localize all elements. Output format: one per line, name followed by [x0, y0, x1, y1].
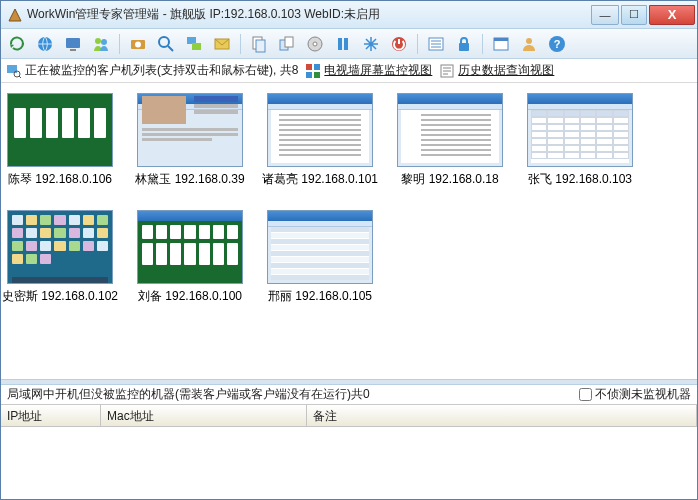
- titlebar: WorkWin管理专家管理端 - 旗舰版 IP:192.168.0.103 We…: [1, 1, 697, 29]
- client-caption: 张飞 192.168.0.103: [528, 171, 632, 188]
- window-controls: — ☐ X: [589, 5, 695, 25]
- client-thumbnail[interactable]: 刘备 192.168.0.100: [137, 210, 243, 305]
- unmonitored-table-body: [1, 427, 697, 499]
- copy-icon: [278, 35, 296, 53]
- client-thumbnail[interactable]: 诸葛亮 192.168.0.101: [267, 93, 373, 188]
- close-button[interactable]: X: [649, 5, 695, 25]
- history-link[interactable]: 历史数据查询视图: [458, 62, 554, 79]
- toolbar: ?: [1, 29, 697, 59]
- column-ip[interactable]: IP地址: [1, 405, 101, 426]
- tv-wall-segment[interactable]: 电视墙屏幕监控视图: [306, 62, 432, 79]
- svg-rect-32: [314, 72, 320, 78]
- column-mac[interactable]: Mac地址: [101, 405, 307, 426]
- remote-button[interactable]: [182, 32, 206, 56]
- infobar: 正在被监控的客户机列表(支持双击和鼠标右键), 共8 电视墙屏幕监控视图 历史数…: [1, 59, 697, 83]
- history-icon: [440, 64, 454, 78]
- users-icon: [92, 35, 110, 53]
- mail-button[interactable]: [210, 32, 234, 56]
- svg-point-6: [135, 41, 141, 47]
- globe-button[interactable]: [33, 32, 57, 56]
- search-button[interactable]: [154, 32, 178, 56]
- pause-button[interactable]: [331, 32, 355, 56]
- client-screenshot[interactable]: [7, 210, 113, 284]
- refresh-icon: [8, 35, 26, 53]
- monitor-settings-button[interactable]: [61, 32, 85, 56]
- unmonitored-label: 局域网中开机但没被监控的机器(需装客户端或客户端没有在运行)共0: [7, 386, 370, 403]
- camera-icon: [129, 35, 147, 53]
- svg-point-24: [526, 38, 532, 44]
- client-caption: 黎明 192.168.0.18: [401, 171, 498, 188]
- client-thumbnail[interactable]: 黎明 192.168.0.18: [397, 93, 503, 188]
- user-button[interactable]: [517, 32, 541, 56]
- client-screenshot[interactable]: [267, 210, 373, 284]
- column-note[interactable]: 备注: [307, 405, 697, 426]
- svg-rect-18: [344, 38, 348, 50]
- client-list-label: 正在被监控的客户机列表(支持双击和鼠标右键), 共8: [25, 62, 298, 79]
- client-screenshot[interactable]: [397, 93, 503, 167]
- client-caption: 林黛玉 192.168.0.39: [135, 171, 244, 188]
- camera-button[interactable]: [126, 32, 150, 56]
- svg-text:?: ?: [554, 38, 561, 50]
- unmonitored-bar: 局域网中开机但没被监控的机器(需装客户端或客户端没有在运行)共0 不侦测未监视机…: [1, 385, 697, 405]
- svg-rect-14: [285, 37, 293, 47]
- client-caption: 陈琴 192.168.0.106: [8, 171, 112, 188]
- svg-rect-12: [256, 40, 265, 52]
- client-thumbnail[interactable]: 林黛玉 192.168.0.39: [137, 93, 243, 188]
- svg-rect-2: [70, 49, 76, 51]
- history-segment[interactable]: 历史数据查询视图: [440, 62, 554, 79]
- snowflake-icon: [362, 35, 380, 53]
- svg-point-16: [313, 42, 317, 46]
- client-screenshot[interactable]: [137, 210, 243, 284]
- users-button[interactable]: [89, 32, 113, 56]
- svg-rect-17: [338, 38, 342, 50]
- mail-icon: [213, 35, 231, 53]
- svg-rect-1: [66, 38, 80, 48]
- client-list-segment: 正在被监控的客户机列表(支持双击和鼠标右键), 共8: [7, 62, 298, 79]
- files-icon: [250, 35, 268, 53]
- svg-rect-23: [494, 38, 508, 41]
- power-button[interactable]: [387, 32, 411, 56]
- tv-wall-icon: [306, 64, 320, 78]
- copy-button[interactable]: [275, 32, 299, 56]
- app-icon: [7, 7, 23, 23]
- svg-rect-29: [306, 64, 312, 70]
- thumbnails-grid: 陈琴 192.168.0.106林黛玉 192.168.0.39诸葛亮 192.…: [7, 93, 691, 305]
- no-detect-checkbox-wrap[interactable]: 不侦测未监视机器: [579, 386, 691, 403]
- tv-wall-link[interactable]: 电视墙屏幕监控视图: [324, 62, 432, 79]
- freeze-button[interactable]: [359, 32, 383, 56]
- minimize-button[interactable]: —: [591, 5, 619, 25]
- list-button[interactable]: [424, 32, 448, 56]
- client-caption: 邢丽 192.168.0.105: [268, 288, 372, 305]
- svg-rect-21: [459, 43, 469, 51]
- monitor-settings-icon: [64, 35, 82, 53]
- client-screenshot[interactable]: [527, 93, 633, 167]
- no-detect-checkbox[interactable]: [579, 388, 592, 401]
- user-icon: [520, 35, 538, 53]
- help-button[interactable]: ?: [545, 32, 569, 56]
- files-button[interactable]: [247, 32, 271, 56]
- power-icon: [390, 35, 408, 53]
- maximize-button[interactable]: ☐: [621, 5, 647, 25]
- window-title: WorkWin管理专家管理端 - 旗舰版 IP:192.168.0.103 We…: [27, 6, 589, 23]
- svg-rect-31: [306, 72, 312, 78]
- schedule-button[interactable]: [489, 32, 513, 56]
- svg-point-4: [101, 39, 107, 45]
- no-detect-label: 不侦测未监视机器: [595, 386, 691, 403]
- svg-point-3: [95, 38, 101, 44]
- lock-icon: [455, 35, 473, 53]
- refresh-button[interactable]: [5, 32, 29, 56]
- pause-icon: [334, 35, 352, 53]
- globe-icon: [36, 35, 54, 53]
- client-thumbnail[interactable]: 邢丽 192.168.0.105: [267, 210, 373, 305]
- client-screenshot[interactable]: [7, 93, 113, 167]
- lock-button[interactable]: [452, 32, 476, 56]
- client-thumbnail[interactable]: 陈琴 192.168.0.106: [7, 93, 113, 188]
- client-screenshot[interactable]: [267, 93, 373, 167]
- client-thumbnail[interactable]: 史密斯 192.168.0.102: [7, 210, 113, 305]
- svg-rect-9: [192, 43, 201, 50]
- search-icon: [157, 35, 175, 53]
- client-thumbnail[interactable]: 张飞 192.168.0.103: [527, 93, 633, 188]
- client-screenshot[interactable]: [137, 93, 243, 167]
- svg-rect-30: [314, 64, 320, 70]
- disc-button[interactable]: [303, 32, 327, 56]
